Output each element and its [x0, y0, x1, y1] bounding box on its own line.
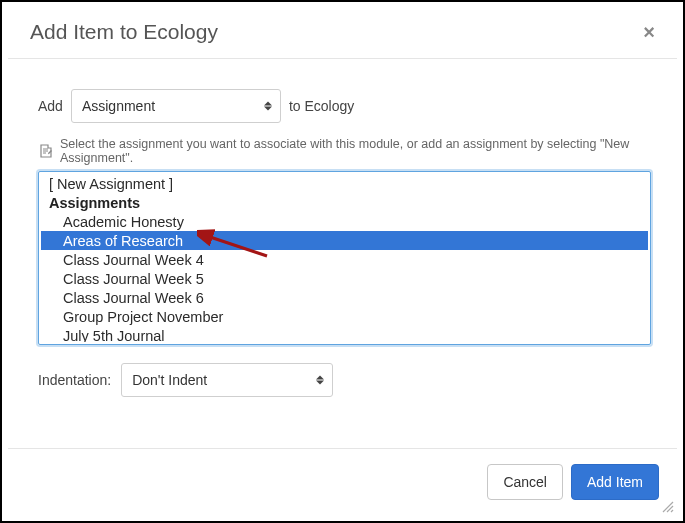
add-item-dialog: Add Item to Ecology × Add Assignment to … [8, 4, 677, 515]
list-item[interactable]: Areas of Research [41, 231, 648, 250]
add-item-button[interactable]: Add Item [571, 464, 659, 500]
cancel-button[interactable]: Cancel [487, 464, 563, 500]
list-item-new-assignment[interactable]: [ New Assignment ] [41, 174, 648, 193]
list-item[interactable]: Academic Honesty [41, 212, 648, 231]
edit-doc-icon [38, 143, 54, 159]
item-type-select[interactable]: Assignment [71, 89, 281, 123]
add-suffix-label: to Ecology [289, 98, 354, 114]
indentation-select[interactable]: Don't Indent [121, 363, 333, 397]
list-item[interactable]: July 5th Journal [41, 326, 648, 342]
add-type-row: Add Assignment to Ecology [38, 89, 651, 123]
add-prefix-label: Add [38, 98, 63, 114]
dialog-body: Add Assignment to Ecology Select the ass… [8, 59, 677, 448]
dialog-title: Add Item to Ecology [30, 20, 218, 44]
assignment-listbox-wrap: [ New Assignment ]AssignmentsAcademic Ho… [38, 171, 651, 345]
indentation-row: Indentation: Don't Indent [38, 363, 651, 397]
dialog-header: Add Item to Ecology × [8, 4, 677, 59]
instructions-label: Select the assignment you want to associ… [60, 137, 651, 165]
instructions-text: Select the assignment you want to associ… [38, 137, 651, 165]
list-group-assignments[interactable]: Assignments [41, 193, 648, 212]
indentation-label: Indentation: [38, 372, 111, 388]
list-item[interactable]: Class Journal Week 6 [41, 288, 648, 307]
assignment-listbox[interactable]: [ New Assignment ]AssignmentsAcademic Ho… [41, 174, 648, 342]
list-item[interactable]: Class Journal Week 5 [41, 269, 648, 288]
close-icon[interactable]: × [639, 21, 659, 44]
list-item[interactable]: Group Project November [41, 307, 648, 326]
dialog-footer: Cancel Add Item [8, 448, 677, 515]
list-item[interactable]: Class Journal Week 4 [41, 250, 648, 269]
